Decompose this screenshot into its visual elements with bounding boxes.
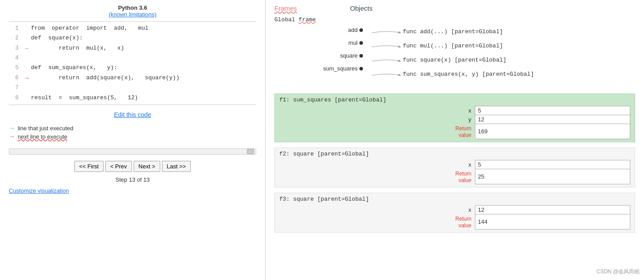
line-num-6: 6 bbox=[9, 74, 22, 83]
line-code-8: result = sum_squares(5, 12) bbox=[31, 93, 138, 103]
line-num-7: 7 bbox=[9, 83, 22, 93]
line-num-1: 1 bbox=[9, 24, 22, 33]
f1-frame: f1: sum_squares [parent=Global] x 5 y 12… bbox=[274, 93, 635, 142]
arrow-svg-mul bbox=[372, 43, 403, 51]
obj-row-mul: func mul(...) [parent=Global] bbox=[372, 42, 635, 52]
f1-x-value: 5 bbox=[475, 106, 630, 115]
code-line-6: 6 → return add(square(x), square(y)) bbox=[9, 73, 256, 83]
obj-label-sumsquares: func sum_squares(x, y) [parent=Global] bbox=[403, 71, 534, 78]
arrow-2: → bbox=[22, 33, 31, 43]
arrow-1: → bbox=[22, 23, 31, 33]
global-frame-title: Global frame bbox=[274, 16, 363, 23]
nav-buttons: << First < Prev Next > Last >> bbox=[9, 161, 256, 172]
legend: → line that just executed → next line to… bbox=[9, 124, 256, 141]
f3-x-value: 12 bbox=[475, 206, 630, 214]
f3-row-x: x 12 bbox=[279, 206, 630, 214]
f3-title: f3: square [parent=Global] bbox=[279, 196, 630, 202]
f1-row-x: x 5 bbox=[279, 106, 630, 115]
var-name-square: square bbox=[340, 52, 358, 59]
f2-table: x 5 Returnvalue 25 bbox=[279, 160, 630, 184]
scrollbar-thumb[interactable] bbox=[247, 149, 254, 154]
code-line-8: 8 → result = sum_squares(5, 12) bbox=[9, 93, 256, 103]
frames-label: Frames bbox=[274, 4, 297, 12]
prev-button[interactable]: < Prev bbox=[105, 161, 132, 172]
f1-row-return: Returnvalue 169 bbox=[279, 124, 630, 139]
customize-link[interactable]: Customize visualization bbox=[9, 187, 69, 194]
known-limitations-link[interactable]: (known limitations) bbox=[109, 11, 157, 18]
f1-y-value: 12 bbox=[475, 115, 630, 124]
f1-x-label: x bbox=[279, 106, 475, 115]
last-button[interactable]: Last >> bbox=[162, 161, 191, 172]
edit-code-link[interactable]: Edit this code bbox=[114, 111, 151, 118]
frame-var-sumsquares: sum_squares bbox=[274, 65, 363, 72]
arrow-6-red: → bbox=[22, 73, 31, 83]
line-code-1: from operator import add, mul bbox=[31, 24, 148, 33]
f3-return-value: 144 bbox=[475, 214, 630, 229]
line-num-4: 4 bbox=[9, 54, 22, 63]
line-num-3: 3 bbox=[9, 44, 22, 53]
var-name-mul: mul bbox=[348, 39, 358, 46]
f2-row-return: Returnvalue 25 bbox=[279, 169, 630, 184]
obj-row-square: func square(x) [parent=Global] bbox=[372, 56, 635, 66]
arrow-3-green: → bbox=[22, 43, 31, 53]
line-code-2: def square(x): bbox=[31, 34, 83, 43]
f2-return-value: 25 bbox=[475, 169, 630, 184]
f1-row-y: y 12 bbox=[279, 115, 630, 124]
f1-return-text: Returnvalue bbox=[455, 125, 471, 138]
f3-return-text: Returnvalue bbox=[455, 216, 471, 229]
var-dot-mul bbox=[359, 41, 363, 45]
frames-objects-header: Frames Objects bbox=[274, 4, 635, 12]
arrow-svg-add bbox=[372, 29, 403, 36]
global-frame-container: Global frame add mul square sum_squares bbox=[274, 16, 363, 85]
legend-red-label: next line to execute bbox=[18, 133, 67, 140]
arrow-4: → bbox=[22, 53, 31, 63]
f3-return-label: Returnvalue bbox=[279, 214, 475, 229]
code-area: 1 → from operator import add, mul 2 → de… bbox=[9, 21, 256, 105]
arrow-7: → bbox=[22, 83, 31, 93]
f1-title: f1: sum_squares [parent=Global] bbox=[279, 97, 630, 103]
f3-x-label: x bbox=[279, 206, 475, 214]
obj-label-add: func add(...) [parent=Global] bbox=[403, 28, 503, 35]
scrollbar-track[interactable] bbox=[9, 148, 256, 155]
f3-frame: f3: square [parent=Global] x 12 Returnva… bbox=[274, 193, 635, 233]
code-line-5: 5 → def sum_squares(x, y): bbox=[9, 63, 256, 73]
f2-return-label: Returnvalue bbox=[279, 169, 475, 184]
line-num-5: 5 bbox=[9, 63, 22, 73]
line-code-5: def sum_squares(x, y): bbox=[31, 63, 117, 73]
legend-green: → line that just executed bbox=[9, 124, 256, 132]
f1-y-label: y bbox=[279, 115, 475, 124]
code-line-2: 2 → def square(x): bbox=[9, 33, 256, 43]
arrow-5: → bbox=[22, 63, 31, 73]
obj-label-mul: func mul(...) [parent=Global] bbox=[403, 43, 503, 49]
f2-x-label: x bbox=[279, 160, 475, 169]
f3-row-return: Returnvalue 144 bbox=[279, 214, 630, 229]
f1-return-value: 169 bbox=[475, 124, 630, 139]
left-panel: Python 3.6 (known limitations) 1 → from … bbox=[0, 0, 266, 280]
arrow-svg-sumsquares bbox=[372, 72, 403, 79]
var-dot-add bbox=[359, 28, 363, 32]
python-title: Python 3.6 bbox=[9, 4, 256, 11]
arrow-8: → bbox=[22, 93, 31, 103]
arrow-svg-square bbox=[372, 58, 403, 65]
line-num-2: 2 bbox=[9, 34, 22, 43]
code-line-7: 7 → bbox=[9, 83, 256, 93]
frame-var-add: add bbox=[274, 27, 363, 33]
var-dot-square bbox=[359, 54, 363, 58]
frame-var-square: square bbox=[274, 52, 363, 59]
edit-link-container: Edit this code bbox=[9, 111, 256, 118]
scrollbar-area[interactable] bbox=[9, 148, 256, 155]
first-button[interactable]: << First bbox=[74, 161, 104, 172]
line-code-3: return mul(x, x) bbox=[31, 44, 124, 53]
legend-red: → next line to execute bbox=[9, 133, 256, 140]
code-line-3: 3 → return mul(x, x) bbox=[9, 43, 256, 53]
next-button[interactable]: Next > bbox=[134, 161, 160, 172]
f2-frame: f2: square [parent=Global] x 5 Returnval… bbox=[274, 148, 635, 187]
f2-row-x: x 5 bbox=[279, 160, 630, 169]
f3-table: x 12 Returnvalue 144 bbox=[279, 205, 630, 229]
f2-title: f2: square [parent=Global] bbox=[279, 151, 630, 157]
frame-word: frame bbox=[299, 16, 316, 23]
legend-red-arrow: → bbox=[9, 133, 15, 140]
obj-row-add: func add(...) [parent=Global] bbox=[372, 28, 635, 38]
line-code-6: return add(square(x), square(y)) bbox=[31, 74, 179, 83]
frame-var-mul: mul bbox=[274, 39, 363, 46]
